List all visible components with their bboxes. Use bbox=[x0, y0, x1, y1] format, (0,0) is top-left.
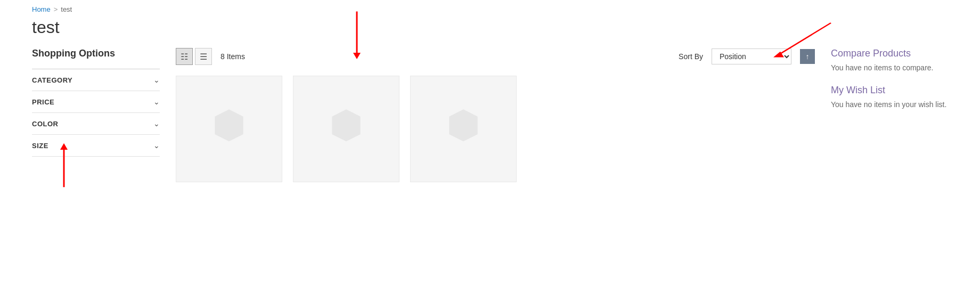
filter-price[interactable]: PRICE ⌄ bbox=[32, 91, 160, 113]
grid-icon: ☷ bbox=[181, 52, 188, 62]
filter-color[interactable]: COLOR ⌄ bbox=[32, 113, 160, 135]
product-placeholder-image bbox=[442, 108, 485, 150]
chevron-down-icon: ⌄ bbox=[153, 141, 160, 150]
product-card[interactable] bbox=[176, 76, 282, 182]
product-card[interactable] bbox=[410, 76, 517, 182]
product-placeholder-image bbox=[325, 108, 368, 150]
product-area: ☷ ☰ 8 Items Sort By Position Product Nam… bbox=[176, 48, 815, 182]
compare-products-text: You have no items to compare. bbox=[831, 63, 948, 72]
breadcrumb: Home > test bbox=[32, 5, 948, 13]
sort-direction-button[interactable]: ↑ bbox=[800, 49, 815, 64]
filter-size[interactable]: SIZE ⌄ bbox=[32, 135, 160, 157]
filter-color-label: COLOR bbox=[32, 120, 58, 128]
breadcrumb-current: test bbox=[61, 5, 72, 13]
right-sidebar: Compare Products You have no items to co… bbox=[831, 48, 948, 109]
filter-size-label: SIZE bbox=[32, 142, 48, 150]
breadcrumb-home-link[interactable]: Home bbox=[32, 5, 51, 13]
list-view-button[interactable]: ☰ bbox=[195, 48, 212, 65]
page-title: test bbox=[32, 18, 948, 37]
product-card[interactable] bbox=[293, 76, 399, 182]
breadcrumb-sep: > bbox=[54, 5, 58, 13]
chevron-down-icon: ⌄ bbox=[153, 76, 160, 84]
list-icon: ☰ bbox=[200, 52, 207, 62]
filter-category[interactable]: CATEGORY ⌄ bbox=[32, 69, 160, 91]
filter-sidebar: Shopping Options CATEGORY ⌄ PRICE ⌄ COLO… bbox=[32, 48, 160, 157]
sort-by-label: Sort By bbox=[679, 52, 703, 61]
toolbar: ☷ ☰ 8 Items Sort By Position Product Nam… bbox=[176, 48, 815, 65]
view-mode-buttons: ☷ ☰ bbox=[176, 48, 212, 65]
items-count: 8 Items bbox=[220, 52, 245, 61]
chevron-down-icon: ⌄ bbox=[153, 98, 160, 106]
filter-price-label: PRICE bbox=[32, 98, 54, 106]
chevron-down-icon: ⌄ bbox=[153, 119, 160, 128]
compare-products-title: Compare Products bbox=[831, 48, 948, 59]
filter-category-label: CATEGORY bbox=[32, 76, 72, 84]
sort-select[interactable]: Position Product Name Price bbox=[712, 48, 791, 64]
grid-view-button[interactable]: ☷ bbox=[176, 48, 193, 65]
filter-block: CATEGORY ⌄ PRICE ⌄ COLOR ⌄ SIZE ⌄ bbox=[32, 69, 160, 157]
wish-list-text: You have no items in your wish list. bbox=[831, 100, 948, 109]
product-placeholder-image bbox=[208, 108, 250, 150]
sort-asc-icon: ↑ bbox=[806, 52, 810, 61]
product-grid bbox=[176, 76, 815, 182]
shopping-options-title: Shopping Options bbox=[32, 48, 160, 63]
wish-list-title: My Wish List bbox=[831, 85, 948, 96]
